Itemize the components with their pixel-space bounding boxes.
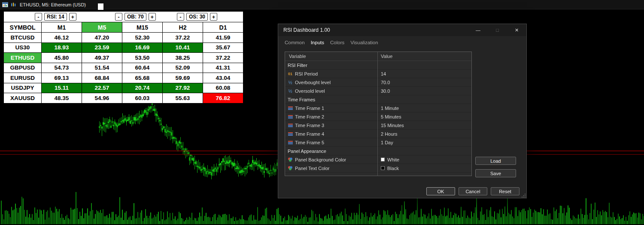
rsi-value-cell: 54.73 bbox=[42, 63, 82, 73]
param-name-cell: Time Frame 1 bbox=[285, 106, 377, 111]
save-button[interactable]: Save bbox=[475, 169, 516, 177]
color-icon bbox=[287, 157, 293, 162]
increase-ob-button[interactable]: + bbox=[149, 13, 156, 21]
rsi-value-cell: 22.57 bbox=[82, 83, 122, 93]
column-header-m15[interactable]: M15 bbox=[122, 22, 163, 32]
reset-button[interactable]: Reset bbox=[491, 187, 519, 195]
param-value: 15 Minutes bbox=[381, 123, 404, 128]
symbol-cell-btcusd[interactable]: BTCUSD bbox=[4, 32, 42, 43]
increase-os-button[interactable]: + bbox=[210, 13, 217, 21]
cancel-button[interactable]: Cancel bbox=[459, 187, 487, 195]
param-row[interactable]: Time Frame 51 Day bbox=[285, 138, 471, 147]
rsi-value-cell: 37.22 bbox=[163, 32, 203, 43]
decrease-os-button[interactable]: - bbox=[177, 13, 184, 21]
column-header-symbol[interactable]: SYMBOL bbox=[4, 22, 42, 32]
param-label: Panel Text Color bbox=[295, 166, 330, 171]
column-header-h2[interactable]: H2 bbox=[163, 22, 203, 32]
mt5-chart-window: ETHUSD, M5: Ethereum (USD) -RSI: 14+-OB:… bbox=[0, 0, 644, 225]
param-row[interactable]: Panel Background ColorWhite bbox=[285, 155, 471, 164]
param-value-cell[interactable]: 1 Day bbox=[377, 140, 471, 145]
rsi-value-cell: 38.25 bbox=[163, 52, 203, 63]
rsi-value-cell: 41.59 bbox=[203, 32, 243, 43]
rsi-value-cell: 10.41 bbox=[163, 43, 203, 53]
param-name-cell: Time Frame 4 bbox=[285, 131, 377, 137]
resize-grip[interactable] bbox=[522, 193, 526, 198]
param-group-label: Panel Appearance bbox=[285, 149, 326, 154]
minimize-icon[interactable]: — bbox=[468, 24, 488, 36]
param-value: Black bbox=[387, 166, 399, 171]
dialog-title: RSI Dashboard 1.00 bbox=[283, 27, 330, 33]
param-name-cell: Panel Background Color bbox=[285, 157, 377, 162]
tab-visualization[interactable]: Visualization bbox=[350, 40, 378, 45]
rsi-dashboard-panel: -RSI: 14+-OB: 70+-OS: 30+ SYMBOLM1M5M15H… bbox=[3, 11, 243, 103]
param-value-cell[interactable]: 14 bbox=[377, 71, 471, 76]
symbol-cell-usdjpy[interactable]: USDJPY bbox=[4, 83, 42, 93]
tab-common[interactable]: Common bbox=[285, 40, 305, 45]
param-value-cell[interactable]: 30.0 bbox=[377, 88, 471, 94]
rsi-value-cell: 48.35 bbox=[42, 93, 82, 103]
symbol-cell-ethusd[interactable]: ETHUSD bbox=[4, 52, 42, 63]
param-value-cell[interactable]: 70.0 bbox=[377, 80, 471, 85]
rsi-value-cell: 27.92 bbox=[163, 83, 203, 93]
decrease-ob-button[interactable]: - bbox=[115, 13, 122, 21]
enum-icon bbox=[287, 132, 293, 136]
param-value-cell[interactable]: 2 Hours bbox=[377, 131, 471, 137]
param-group-row: Panel Appearance bbox=[285, 147, 471, 155]
param-row[interactable]: ½Oversold level30.0 bbox=[285, 87, 471, 95]
param-group-label: RSI Filter bbox=[285, 63, 307, 68]
load-button[interactable]: Load bbox=[475, 157, 516, 165]
symbol-cell-gbpusd[interactable]: GBPUSD bbox=[4, 63, 42, 73]
symbol-cell-eurusd[interactable]: EURUSD bbox=[4, 73, 42, 83]
param-value-cell[interactable]: Black bbox=[377, 166, 471, 171]
param-value: White bbox=[387, 157, 399, 162]
param-value-cell[interactable]: White bbox=[377, 157, 471, 162]
param-value-cell[interactable]: 1 Minute bbox=[377, 106, 471, 111]
param-row[interactable]: Time Frame 25 Minutes bbox=[285, 112, 471, 121]
close-icon[interactable]: ✕ bbox=[507, 24, 526, 36]
enum-icon bbox=[287, 106, 293, 110]
dialog-window-buttons: — □ ✕ bbox=[468, 24, 526, 36]
maximize-icon[interactable]: □ bbox=[488, 24, 507, 36]
rsi-value-cell: 18.93 bbox=[42, 43, 82, 53]
rsi-value-cell: 60.03 bbox=[122, 93, 163, 103]
rsi-dashboard-dialog: RSI Dashboard 1.00 — □ ✕ CommonInputsCol… bbox=[278, 24, 527, 198]
param-value-cell[interactable]: 5 Minutes bbox=[377, 114, 471, 119]
ok-button[interactable]: OK bbox=[426, 187, 455, 195]
symbol-cell-us30[interactable]: US30 bbox=[4, 43, 42, 53]
param-row[interactable]: 01RSI Period14 bbox=[285, 70, 471, 78]
param-value: 14 bbox=[381, 71, 386, 76]
tab-inputs[interactable]: Inputs bbox=[311, 40, 324, 45]
dashboard-toggle-button[interactable] bbox=[98, 3, 103, 10]
param-row[interactable]: Panel Text ColorBlack bbox=[285, 164, 471, 173]
param-row[interactable]: Time Frame 11 Minute bbox=[285, 104, 471, 112]
tab-colors[interactable]: Colors bbox=[330, 40, 344, 45]
rsi-value-cell: 43.04 bbox=[203, 73, 243, 83]
enum-icon bbox=[287, 140, 293, 145]
chart-window-titlebar[interactable]: ETHUSD, M5: Ethereum (USD) bbox=[0, 0, 644, 9]
rsi-value-cell: 37.22 bbox=[203, 52, 243, 63]
param-value-cell[interactable]: 15 Minutes bbox=[377, 123, 471, 128]
param-label: Time Frame 3 bbox=[295, 123, 324, 128]
param-label: Overbought level bbox=[295, 80, 331, 85]
rsi-value-cell: 76.82 bbox=[203, 93, 243, 103]
column-header-m5[interactable]: M5 bbox=[82, 22, 122, 32]
param-label: Time Frame 4 bbox=[295, 131, 324, 137]
rsi-panel-table: SYMBOLM1M5M15H2D1BTCUSD46.1247.2052.3037… bbox=[4, 22, 243, 103]
candlestick-chart-icon bbox=[10, 2, 16, 7]
param-row[interactable]: Time Frame 315 Minutes bbox=[285, 121, 471, 130]
param-row[interactable]: Time Frame 42 Hours bbox=[285, 130, 471, 138]
symbol-cell-xauusd[interactable]: XAUUSD bbox=[4, 93, 42, 103]
param-group-row: Time Frames bbox=[285, 95, 471, 104]
rsi-value-cell: 60.08 bbox=[203, 83, 243, 93]
column-header-m1[interactable]: M1 bbox=[42, 22, 82, 32]
rsi-value-cell: 53.50 bbox=[122, 52, 163, 63]
param-row[interactable]: ½Overbought level70.0 bbox=[285, 78, 471, 87]
decrease-rsi-button[interactable]: - bbox=[35, 13, 42, 21]
param-value: 5 Minutes bbox=[381, 114, 401, 119]
column-header-d1[interactable]: D1 bbox=[203, 22, 243, 32]
param-name-cell: Panel Text Color bbox=[285, 166, 377, 171]
control-group-rsi: -RSI: 14+ bbox=[35, 12, 76, 22]
increase-rsi-button[interactable]: + bbox=[69, 13, 76, 21]
rsi-value-cell: 15.11 bbox=[42, 83, 82, 93]
dialog-titlebar[interactable]: RSI Dashboard 1.00 — □ ✕ bbox=[278, 24, 526, 36]
